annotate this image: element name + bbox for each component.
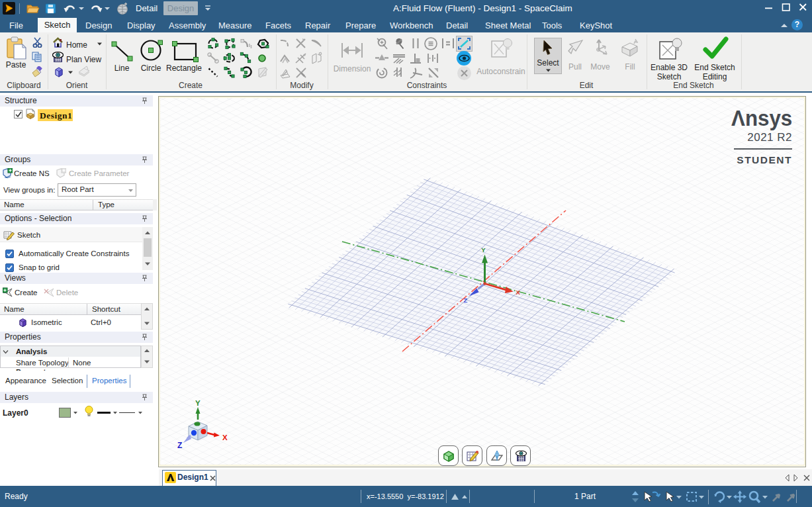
svg-text:X: X: [222, 434, 228, 441]
svg-text:Y: Y: [481, 246, 486, 254]
svg-text:Z: Z: [464, 297, 468, 304]
svg-text:Y: Y: [195, 399, 201, 407]
svg-text:Z: Z: [177, 441, 182, 450]
svg-text:X: X: [516, 289, 521, 296]
